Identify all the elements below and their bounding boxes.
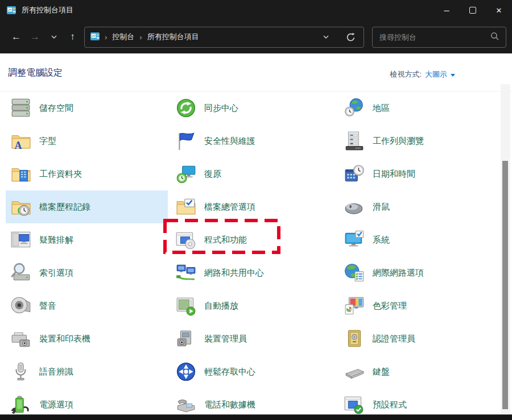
- item-date-time[interactable]: 日期和時間: [339, 157, 501, 190]
- item-label: 色彩管理: [373, 301, 407, 311]
- item-file-history[interactable]: 檔案歷程記錄: [6, 190, 168, 223]
- adjust-computer-settings-link[interactable]: 調整電腦設定: [8, 67, 63, 79]
- item-sound[interactable]: 聲音: [6, 289, 168, 322]
- item-region[interactable]: 地區: [339, 92, 501, 124]
- item-storage-spaces[interactable]: 儲存空間: [6, 92, 168, 124]
- indexing-options-icon: [10, 262, 32, 284]
- maximize-icon: [469, 7, 476, 14]
- item-system[interactable]: 系統: [339, 223, 501, 256]
- keyboard-icon: [344, 361, 365, 382]
- file-history-icon: [10, 196, 32, 218]
- minimize-button[interactable]: ─: [433, 0, 460, 20]
- breadcrumb-icon: [90, 32, 100, 42]
- item-label: 安全性與維護: [204, 136, 255, 147]
- item-label: 聲音: [39, 301, 56, 311]
- items-grid: 儲存空間同步中心地區A字型安全性與維護工作列與瀏覽工作資料夾復原日期和時間檔案歷…: [0, 91, 512, 420]
- scrollbar-thumb[interactable]: [502, 161, 508, 409]
- item-label: 系統: [373, 235, 390, 246]
- speech-recognition-icon: [10, 361, 32, 382]
- item-internet-options[interactable]: 網際網路選項: [339, 256, 501, 289]
- item-label: 工作資料夾: [39, 169, 82, 180]
- item-label: 檔案總管選項: [204, 202, 255, 213]
- view-by-value[interactable]: 大圖示: [425, 69, 447, 80]
- forward-button[interactable]: →: [26, 27, 44, 47]
- item-recovery[interactable]: 復原: [171, 157, 333, 190]
- internet-options-icon: [344, 262, 365, 284]
- maximize-button[interactable]: [460, 0, 486, 20]
- svg-text:A: A: [14, 140, 22, 151]
- up-button[interactable]: ↑: [63, 27, 82, 47]
- search-box[interactable]: [372, 27, 506, 48]
- navigation-bar: ← → ↑ › 控制台 › 所有控制台項目: [0, 20, 512, 53]
- close-icon: ✕: [496, 6, 502, 15]
- item-label: 滑鼠: [373, 202, 390, 213]
- titlebar: 所有控制台項目 ─ ✕: [0, 0, 512, 20]
- item-network-sharing-center[interactable]: 網路和共用中心: [171, 256, 333, 289]
- item-file-explorer-options[interactable]: 檔案總管選項: [171, 190, 333, 223]
- item-work-folders[interactable]: 工作資料夾: [6, 157, 168, 190]
- view-by-label: 檢視方式:: [390, 69, 422, 80]
- item-label: 儲存空間: [39, 103, 73, 114]
- item-sync-center[interactable]: 同步中心: [171, 92, 333, 124]
- item-taskbar-navigation[interactable]: 工作列與瀏覽: [339, 124, 501, 157]
- item-label: 程式和功能: [204, 235, 247, 246]
- item-label: 電源選項: [39, 400, 73, 410]
- system-icon: [344, 229, 365, 251]
- sound-icon: [10, 295, 32, 317]
- recent-locations-chevron[interactable]: [44, 27, 63, 47]
- ease-of-access-center-icon: [175, 361, 197, 382]
- back-button[interactable]: ←: [7, 27, 26, 47]
- address-bar[interactable]: › 控制台 › 所有控制台項目: [84, 27, 364, 48]
- window-bottom-edge: [0, 414, 512, 420]
- programs-features-icon: [175, 229, 197, 251]
- item-keyboard[interactable]: 鍵盤: [339, 355, 501, 388]
- item-label: 索引選項: [39, 268, 73, 278]
- item-label: 自動播放: [204, 301, 238, 311]
- refresh-icon[interactable]: [346, 32, 356, 42]
- date-time-icon: [344, 163, 365, 185]
- item-label: 字型: [39, 136, 56, 147]
- view-by-caret-icon[interactable]: [451, 74, 455, 77]
- mouse-icon: [344, 196, 365, 218]
- item-color-management[interactable]: 色彩管理: [339, 289, 501, 322]
- control-panel-window: 所有控制台項目 ─ ✕ ← → ↑ › 控制台 › 所有控制台項目: [0, 0, 512, 420]
- breadcrumb-control-panel[interactable]: 控制台: [112, 32, 134, 42]
- close-button[interactable]: ✕: [486, 0, 512, 20]
- item-security-maintenance[interactable]: 安全性與維護: [171, 124, 333, 157]
- item-label: 語音辨識: [39, 367, 73, 377]
- control-panel-app-icon: [7, 6, 16, 14]
- item-credential-manager[interactable]: 認證管理員: [339, 322, 501, 355]
- breadcrumb-all-control-panel-items[interactable]: 所有控制台項目: [147, 32, 199, 42]
- item-ease-of-access-center[interactable]: 輕鬆存取中心: [171, 355, 333, 388]
- devices-printers-icon: [10, 328, 32, 350]
- troubleshooting-icon: [10, 229, 32, 251]
- address-dropdown-chevron-icon[interactable]: [323, 35, 329, 39]
- item-speech-recognition[interactable]: 語音辨識: [6, 355, 168, 388]
- item-label: 裝置管理員: [204, 334, 247, 344]
- item-label: 輕鬆存取中心: [204, 367, 255, 377]
- window-controls: ─ ✕: [433, 0, 512, 20]
- item-label: 復原: [204, 169, 221, 180]
- item-label: 預設程式: [373, 400, 407, 410]
- item-autoplay[interactable]: 自動播放: [171, 289, 333, 322]
- item-label: 鍵盤: [373, 367, 390, 377]
- item-programs-features[interactable]: 程式和功能: [171, 223, 333, 256]
- search-input[interactable]: [379, 33, 490, 41]
- breadcrumb-separator: ›: [105, 33, 107, 41]
- item-device-manager[interactable]: 裝置管理員: [171, 322, 333, 355]
- scrollbar-track[interactable]: [501, 84, 510, 420]
- item-troubleshooting[interactable]: 疑難排解: [6, 223, 168, 256]
- credential-manager-icon: [344, 328, 365, 350]
- item-devices-printers[interactable]: 裝置和印表機: [6, 322, 168, 355]
- security-maintenance-icon: [175, 130, 197, 152]
- item-label: 同步中心: [204, 103, 238, 114]
- item-label: 網際網路選項: [373, 268, 424, 278]
- work-folders-icon: [10, 163, 32, 185]
- item-label: 檔案歷程記錄: [39, 202, 90, 213]
- item-label: 日期和時間: [373, 169, 415, 180]
- window-title: 所有控制台項目: [22, 5, 73, 15]
- item-mouse[interactable]: 滑鼠: [339, 190, 501, 223]
- recovery-icon: [175, 163, 197, 185]
- item-indexing-options[interactable]: 索引選項: [6, 256, 168, 289]
- item-fonts[interactable]: A字型: [6, 124, 168, 157]
